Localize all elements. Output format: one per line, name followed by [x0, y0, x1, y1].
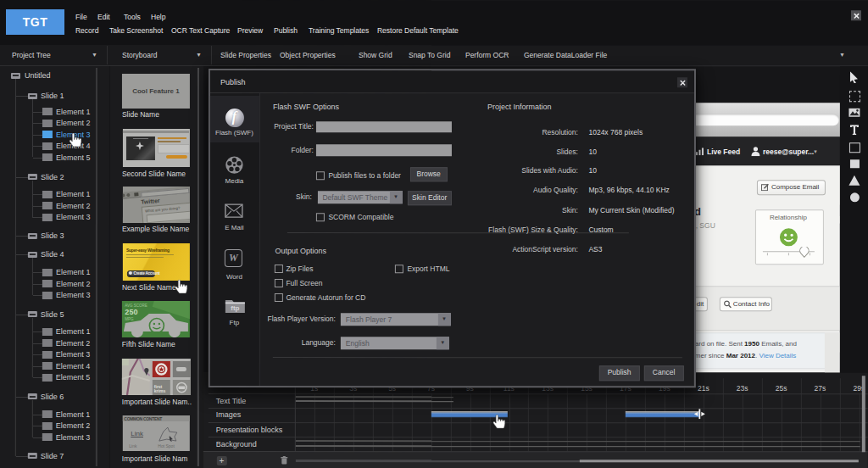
svg-text:ftp: ftp: [231, 304, 239, 312]
